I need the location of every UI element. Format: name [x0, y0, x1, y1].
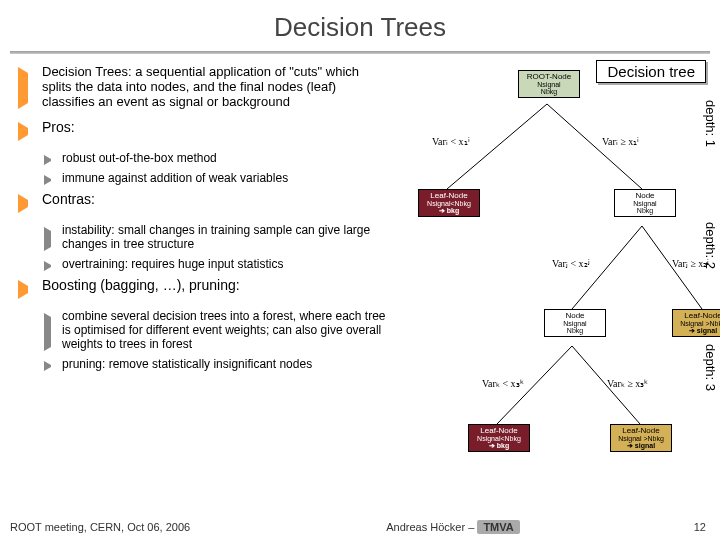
list-item: robust out-of-the-box method — [44, 151, 388, 165]
node-nbkg: Nbkg — [547, 327, 603, 334]
node-title: Node — [565, 311, 584, 320]
internal-node: Node Nsignal Nbkg — [544, 309, 606, 337]
pros-item-1: robust out-of-the-box method — [62, 151, 388, 165]
node-result: ➔ bkg — [471, 442, 527, 449]
pros-row: Pros: — [18, 119, 388, 141]
internal-node: Node Nsignal Nbkg — [614, 189, 676, 217]
arrow-icon — [18, 194, 38, 213]
node-cond: Nsignal >Nbkg — [613, 435, 669, 442]
contras-list: instability: small changes in training s… — [44, 223, 388, 271]
node-title: Leaf-Node — [622, 426, 659, 435]
boost-list: combine several decision trees into a fo… — [44, 309, 388, 371]
slide-title: Decision Trees — [0, 0, 720, 51]
leaf-sig-node: Leaf-Node Nsignal >Nbkg ➔ signal — [610, 424, 672, 452]
list-item: pruning: remove statistically insignific… — [44, 357, 388, 371]
pros-heading: Pros: — [42, 119, 388, 135]
list-item: immune against addition of weak variable… — [44, 171, 388, 185]
arrow-small-icon — [44, 155, 58, 165]
node-title: ROOT-Node — [527, 72, 571, 81]
contras-heading: Contras: — [42, 191, 388, 207]
footer-left: ROOT meeting, CERN, Oct 06, 2006 — [0, 521, 250, 533]
pros-item-2: immune against addition of weak variable… — [62, 171, 388, 185]
node-result: ➔ signal — [613, 442, 669, 449]
boost-heading: Boosting (bagging, …), pruning: — [42, 277, 388, 293]
depth-1-label: depth: 1 — [703, 100, 718, 147]
cond-label: Varᵢ ≥ x₁ⁱ — [602, 136, 639, 147]
node-cond: Nsignal >Nbkg — [675, 320, 720, 327]
boost-item-2: pruning: remove statistically insignific… — [62, 357, 388, 371]
footer-center: Andreas Höcker – TMVA — [250, 520, 656, 534]
node-nbkg: Nbkg — [521, 88, 577, 95]
boost-row: Boosting (bagging, …), pruning: — [18, 277, 388, 299]
arrow-small-icon — [44, 227, 58, 251]
main-bullet-row: Decision Trees: a sequential application… — [18, 64, 388, 109]
node-nbkg: Nbkg — [617, 207, 673, 214]
content-area: Decision Trees: a sequential application… — [0, 54, 720, 494]
root-node: ROOT-Node Nsignal Nbkg — [518, 70, 580, 98]
list-item: overtraining: requires huge input statis… — [44, 257, 388, 271]
node-title: Leaf-Node — [480, 426, 517, 435]
node-cond: Nsignal<Nbkg — [471, 435, 527, 442]
cond-label: Varₖ ≥ x₃ᵏ — [607, 378, 648, 389]
node-nsig: Nsignal — [521, 81, 577, 88]
leaf-sig-node: Leaf-Node Nsignal >Nbkg ➔ signal — [672, 309, 720, 337]
tmva-badge: TMVA — [477, 520, 519, 534]
leaf-bkg-node: Leaf-Node Nsignal<Nbkg ➔ bkg — [418, 189, 480, 217]
depth-3-label: depth: 3 — [703, 344, 718, 391]
contras-row: Contras: — [18, 191, 388, 213]
arrow-small-icon — [44, 175, 58, 185]
contras-item-1: instability: small changes in training s… — [62, 223, 388, 251]
arrow-small-icon — [44, 261, 58, 271]
diagram-area: Decision tree depth: 1 depth: 2 depth: 3… — [392, 54, 720, 494]
arrow-icon — [18, 67, 38, 109]
arrow-icon — [18, 280, 38, 299]
cond-label: Varⱼ ≥ x₂ʲ — [672, 258, 709, 269]
footer-author: Andreas Höcker – — [386, 521, 474, 533]
node-nsig: Nsignal — [617, 200, 673, 207]
node-title: Leaf-Node — [684, 311, 720, 320]
cond-label: Varⱼ < x₂ʲ — [552, 258, 590, 269]
footer: ROOT meeting, CERN, Oct 06, 2006 Andreas… — [0, 514, 720, 540]
contras-item-2: overtraining: requires huge input statis… — [62, 257, 388, 271]
main-bullet-text: Decision Trees: a sequential application… — [42, 64, 388, 109]
boost-item-1: combine several decision trees into a fo… — [62, 309, 388, 351]
left-column: Decision Trees: a sequential application… — [0, 54, 392, 494]
list-item: instability: small changes in training s… — [44, 223, 388, 251]
cond-label: Varₖ < x₃ᵏ — [482, 378, 524, 389]
list-item: combine several decision trees into a fo… — [44, 309, 388, 351]
node-nsig: Nsignal — [547, 320, 603, 327]
node-result: ➔ bkg — [421, 207, 477, 214]
node-result: ➔ signal — [675, 327, 720, 334]
node-title: Leaf-Node — [430, 191, 467, 200]
page-number: 12 — [656, 521, 720, 533]
node-cond: Nsignal<Nbkg — [421, 200, 477, 207]
arrow-small-icon — [44, 361, 58, 371]
cond-label: Varᵢ < x₁ⁱ — [432, 136, 470, 147]
node-title: Node — [635, 191, 654, 200]
pros-list: robust out-of-the-box method immune agai… — [44, 151, 388, 185]
arrow-small-icon — [44, 313, 58, 351]
arrow-icon — [18, 122, 38, 141]
leaf-bkg-node: Leaf-Node Nsignal<Nbkg ➔ bkg — [468, 424, 530, 452]
